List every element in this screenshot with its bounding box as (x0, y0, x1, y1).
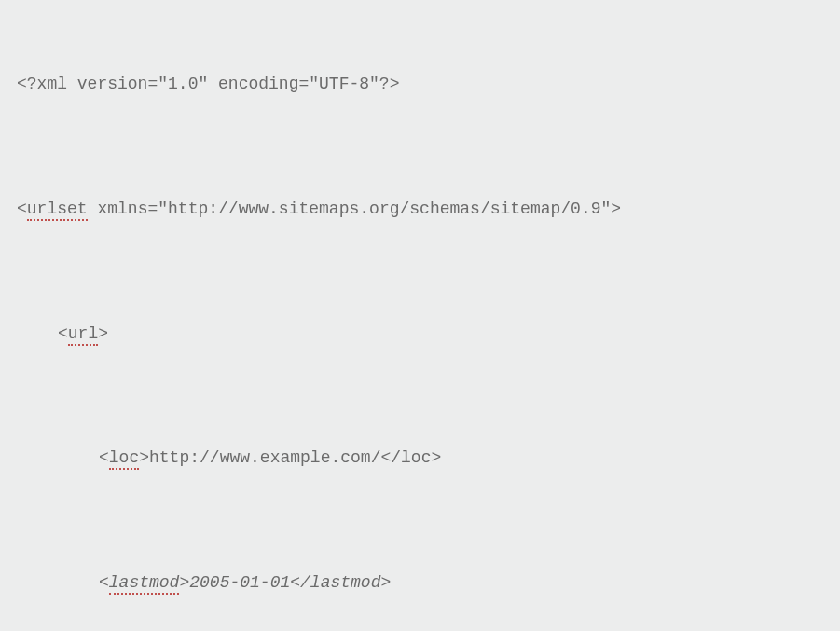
lastmod-content: >2005-01-01</lastmod> (179, 573, 391, 592)
bracket: > (98, 324, 108, 343)
code-line: <url> (17, 322, 823, 346)
bracket: < (58, 324, 68, 343)
xml-declaration: <?xml version="1.0" encoding="UTF-8"?> (17, 75, 399, 93)
lastmod-tag: lastmod (109, 573, 180, 595)
urlset-tag: urlset (27, 199, 88, 221)
loc-tag: loc (109, 448, 139, 470)
url-tag: url (68, 324, 98, 346)
bracket: < (99, 573, 109, 592)
xml-code-block: <?xml version="1.0" encoding="UTF-8"?> <… (17, 26, 823, 631)
code-line: <loc>http://www.example.com/</loc> (17, 446, 823, 470)
code-line: <urlset xmlns="http://www.sitemaps.org/s… (17, 198, 823, 221)
bracket: < (99, 448, 109, 467)
code-line: <lastmod>2005-01-01</lastmod> (17, 571, 823, 595)
code-line: <?xml version="1.0" encoding="UTF-8"?> (17, 73, 823, 96)
loc-content: >http://www.example.com/</loc> (139, 448, 441, 467)
bracket: < (17, 199, 27, 218)
attr-text: xmlns="http://www.sitemaps.org/schemas/s… (88, 199, 622, 218)
